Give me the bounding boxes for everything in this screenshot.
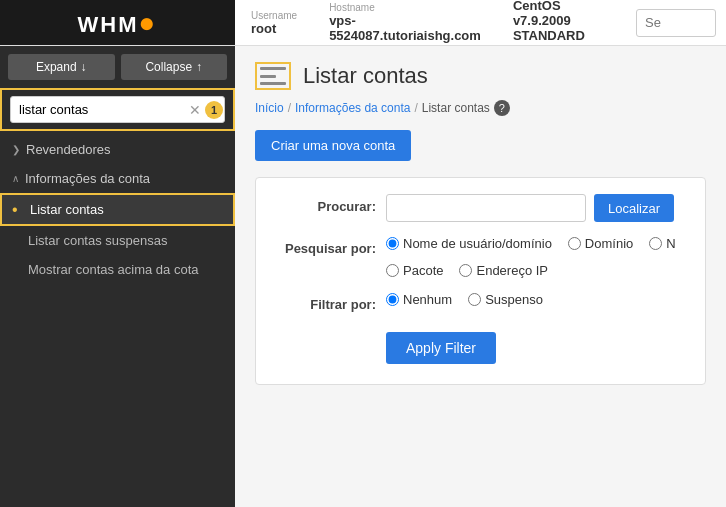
chevron-right-icon: ❯: [12, 144, 20, 155]
search-controls: Localizar: [386, 194, 674, 222]
sidebar-search-wrapper: ✕ 1: [0, 88, 235, 131]
sidebar-nav: ❯ Revendedores ∧ Informações da conta Li…: [0, 131, 235, 507]
hostname-value: vps-5524087.tutoriaishg.com: [329, 13, 481, 43]
collapse-label: Collapse: [145, 60, 192, 74]
expand-button[interactable]: Expand ↓: [8, 54, 115, 80]
top-info: Username root Hostname vps-5524087.tutor…: [235, 0, 626, 45]
radio-nome-usuario-label: Nome de usuário/domínio: [403, 236, 552, 251]
help-icon[interactable]: ?: [494, 100, 510, 116]
radio-nenhum-label: Nenhum: [403, 292, 452, 307]
radio-dominio-label: Domínio: [585, 236, 633, 251]
nav-section-informacoes: ∧ Informações da conta Listar contas Lis…: [0, 164, 235, 284]
breadcrumb-sep-1: /: [288, 101, 291, 115]
username-label: Username: [251, 10, 297, 21]
sidebar: Expand ↓ Collapse ↑ ✕ 1 ❯ Revendedores: [0, 46, 235, 507]
procurar-input[interactable]: [386, 194, 586, 222]
search-label: Procurar:: [276, 194, 376, 214]
create-account-button[interactable]: Criar uma nova conta: [255, 130, 411, 161]
icon-line-3: [260, 82, 286, 85]
hostname-block: Hostname vps-5524087.tutoriaishg.com: [329, 2, 481, 43]
radio-dominio-input[interactable]: [568, 237, 581, 250]
filter-by-label: Filtrar por:: [276, 292, 376, 312]
radio-n-label: N: [666, 236, 675, 251]
sidebar-item-mostrar-contas-label: Mostrar contas acima da cota: [28, 262, 199, 277]
page-title: Listar contas: [303, 63, 428, 89]
top-bar: WHM● Username root Hostname vps-5524087.…: [0, 0, 726, 46]
top-search-area[interactable]: [626, 0, 726, 45]
filter-radio-group: Nenhum Suspenso: [386, 292, 543, 307]
breadcrumb-sep-2: /: [414, 101, 417, 115]
nav-section-revendedores-label: Revendedores: [26, 142, 111, 157]
radio-pacote[interactable]: Pacote: [386, 263, 443, 278]
search-badge: 1: [205, 101, 223, 119]
radio-suspenso[interactable]: Suspenso: [468, 292, 543, 307]
content-area: Listar contas Início / Informações da co…: [235, 46, 726, 507]
radio-endereco-ip[interactable]: Endereço IP: [459, 263, 548, 278]
icon-line-1: [260, 67, 286, 70]
radio-dominio[interactable]: Domínio: [568, 236, 633, 251]
radio-suspenso-label: Suspenso: [485, 292, 543, 307]
radio-nome-usuario[interactable]: Nome de usuário/domínio: [386, 236, 552, 251]
form-box: Procurar: Localizar Pesquisar por: Nome …: [255, 177, 706, 385]
search-by-radio-group: Nome de usuário/domínio Domínio N: [386, 236, 676, 251]
radio-nenhum-input[interactable]: [386, 293, 399, 306]
apply-row: Apply Filter: [276, 326, 685, 364]
radio-n-input[interactable]: [649, 237, 662, 250]
sidebar-item-listar-contas-suspensas[interactable]: Listar contas suspensas: [0, 226, 235, 255]
search-by-row: Pesquisar por: Nome de usuário/domínio D…: [276, 236, 685, 278]
hostname-label: Hostname: [329, 2, 481, 13]
icon-line-2: [260, 75, 276, 78]
sidebar-buttons: Expand ↓ Collapse ↑: [0, 46, 235, 88]
radio-endereco-ip-input[interactable]: [459, 264, 472, 277]
localizar-button[interactable]: Localizar: [594, 194, 674, 222]
expand-label: Expand: [36, 60, 77, 74]
expand-icon: ↓: [81, 60, 87, 74]
filter-by-row: Filtrar por: Nenhum Suspenso: [276, 292, 685, 312]
nav-section-revendedores-header[interactable]: ❯ Revendedores: [0, 135, 235, 164]
radio-nome-usuario-input[interactable]: [386, 237, 399, 250]
page-title-row: Listar contas: [255, 62, 706, 90]
search-by-controls: Nome de usuário/domínio Domínio N: [386, 236, 685, 278]
apply-filter-button[interactable]: Apply Filter: [386, 332, 496, 364]
radio-pacote-label: Pacote: [403, 263, 443, 278]
sidebar-item-listar-contas[interactable]: Listar contas: [2, 195, 233, 224]
search-row: Procurar: Localizar: [276, 194, 685, 222]
radio-n[interactable]: N: [649, 236, 675, 251]
collapse-button[interactable]: Collapse ↑: [121, 54, 228, 80]
radio-nenhum[interactable]: Nenhum: [386, 292, 452, 307]
nav-section-informacoes-label: Informações da conta: [25, 171, 150, 186]
page-icon: [255, 62, 291, 90]
radio-endereco-ip-label: Endereço IP: [476, 263, 548, 278]
chevron-down-icon: ∧: [12, 173, 19, 184]
breadcrumb: Início / Informações da conta / Listar c…: [255, 100, 706, 116]
breadcrumb-home[interactable]: Início: [255, 101, 284, 115]
sidebar-item-mostrar-contas[interactable]: Mostrar contas acima da cota: [0, 255, 235, 284]
active-nav-wrapper: Listar contas: [0, 193, 235, 226]
collapse-icon: ↑: [196, 60, 202, 74]
sidebar-item-listar-contas-suspensas-label: Listar contas suspensas: [28, 233, 167, 248]
logo-area: WHM●: [0, 0, 235, 45]
username-block: Username root: [251, 10, 297, 36]
top-search-input[interactable]: [636, 9, 716, 37]
username-value: root: [251, 21, 297, 36]
radio-suspenso-input[interactable]: [468, 293, 481, 306]
radio-pacote-input[interactable]: [386, 264, 399, 277]
main-layout: Expand ↓ Collapse ↑ ✕ 1 ❯ Revendedores: [0, 46, 726, 507]
sidebar-item-listar-contas-label: Listar contas: [30, 202, 104, 217]
filter-by-controls: Nenhum Suspenso: [386, 292, 543, 307]
search-clear-button[interactable]: ✕: [189, 102, 201, 118]
breadcrumb-section[interactable]: Informações da conta: [295, 101, 410, 115]
whm-logo: WHM●: [78, 7, 158, 39]
breadcrumb-current: Listar contas: [422, 101, 490, 115]
nav-section-revendedores: ❯ Revendedores: [0, 135, 235, 164]
search-by-radio-group-2: Pacote Endereço IP: [386, 263, 548, 278]
nav-section-informacoes-header[interactable]: ∧ Informações da conta: [0, 164, 235, 193]
search-by-label: Pesquisar por:: [276, 236, 376, 256]
